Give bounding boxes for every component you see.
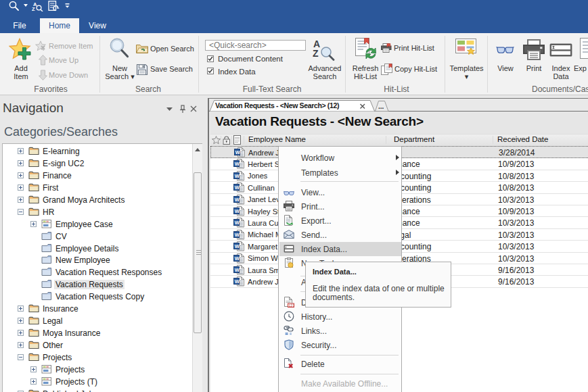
- svg-text:...: ...: [378, 103, 384, 110]
- svg-text:Z: Z: [32, 6, 35, 11]
